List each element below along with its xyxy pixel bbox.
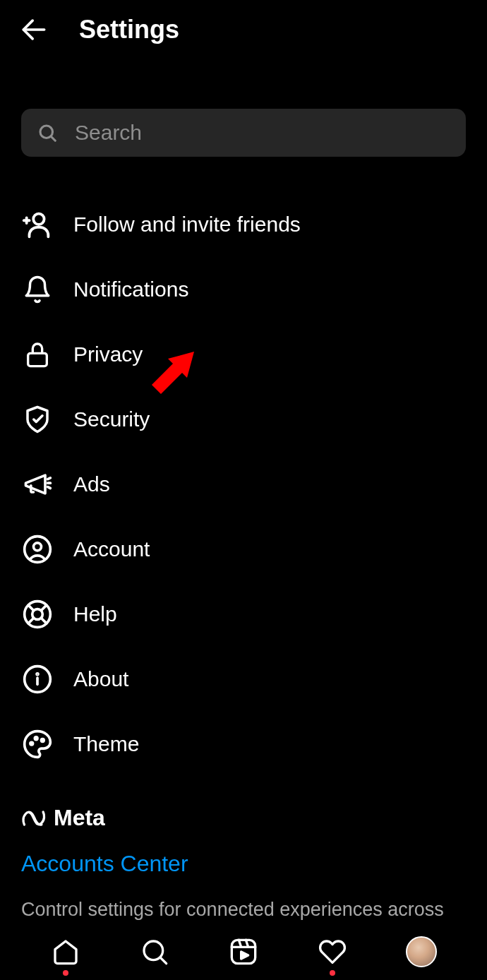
heart-icon [318, 938, 347, 966]
nav-home[interactable] [49, 935, 83, 969]
menu-item-privacy[interactable]: Privacy [21, 322, 466, 387]
settings-menu: Follow and invite friends Notifications … [0, 157, 487, 777]
home-icon [52, 938, 80, 966]
svg-point-18 [30, 742, 33, 745]
reels-icon [229, 938, 258, 966]
menu-item-about[interactable]: About [21, 647, 466, 712]
lock-icon [21, 338, 54, 371]
meta-brand-text: Meta [54, 805, 105, 831]
svg-point-20 [42, 739, 44, 742]
back-button[interactable] [17, 13, 51, 47]
megaphone-icon [21, 468, 54, 501]
help-icon [21, 598, 54, 631]
svg-point-19 [35, 737, 37, 740]
search-icon [140, 938, 169, 966]
notification-dot [63, 970, 68, 976]
svg-line-12 [42, 605, 47, 610]
svg-marker-28 [241, 952, 248, 959]
menu-item-security[interactable]: Security [21, 387, 466, 452]
meta-logo-icon [21, 808, 49, 828]
profile-avatar [406, 936, 437, 967]
svg-line-2 [51, 136, 55, 141]
svg-line-13 [28, 619, 33, 623]
menu-label: Security [73, 407, 150, 431]
nav-activity[interactable] [315, 935, 349, 969]
info-icon [21, 663, 54, 695]
svg-line-11 [28, 605, 33, 610]
palette-icon [21, 728, 54, 760]
search-container [0, 59, 487, 157]
menu-item-ads[interactable]: Ads [21, 452, 466, 517]
menu-item-notifications[interactable]: Notifications [21, 257, 466, 322]
menu-label: Help [73, 602, 117, 626]
nav-reels[interactable] [227, 935, 260, 969]
notification-dot [330, 970, 335, 976]
menu-item-account[interactable]: Account [21, 517, 466, 582]
svg-point-3 [33, 214, 44, 225]
arrow-left-icon [18, 14, 49, 45]
search-input[interactable] [75, 121, 450, 145]
svg-point-8 [34, 543, 42, 551]
menu-label: Follow and invite friends [73, 213, 301, 237]
svg-line-23 [160, 957, 166, 963]
svg-line-14 [42, 619, 47, 623]
menu-item-follow-invite[interactable]: Follow and invite friends [21, 192, 466, 257]
menu-label: Theme [73, 732, 139, 756]
menu-label: Ads [73, 472, 110, 496]
menu-label: Notifications [73, 277, 188, 301]
menu-label: Account [73, 537, 150, 561]
header: Settings [0, 0, 487, 59]
search-bar[interactable] [21, 109, 466, 157]
menu-label: Privacy [73, 342, 143, 366]
meta-brand: Meta [21, 805, 466, 831]
account-icon [21, 533, 54, 566]
menu-item-theme[interactable]: Theme [21, 712, 466, 777]
accounts-center-link[interactable]: Accounts Center [21, 851, 466, 877]
menu-label: About [73, 667, 128, 691]
svg-point-17 [37, 674, 38, 675]
add-person-icon [21, 208, 54, 241]
nav-search[interactable] [138, 935, 172, 969]
bottom-nav [0, 924, 487, 980]
search-icon [37, 122, 58, 143]
shield-check-icon [21, 403, 54, 436]
bell-icon [21, 273, 54, 306]
svg-rect-6 [28, 353, 47, 366]
menu-item-help[interactable]: Help [21, 582, 466, 647]
nav-profile[interactable] [404, 935, 438, 969]
page-title: Settings [79, 15, 179, 44]
